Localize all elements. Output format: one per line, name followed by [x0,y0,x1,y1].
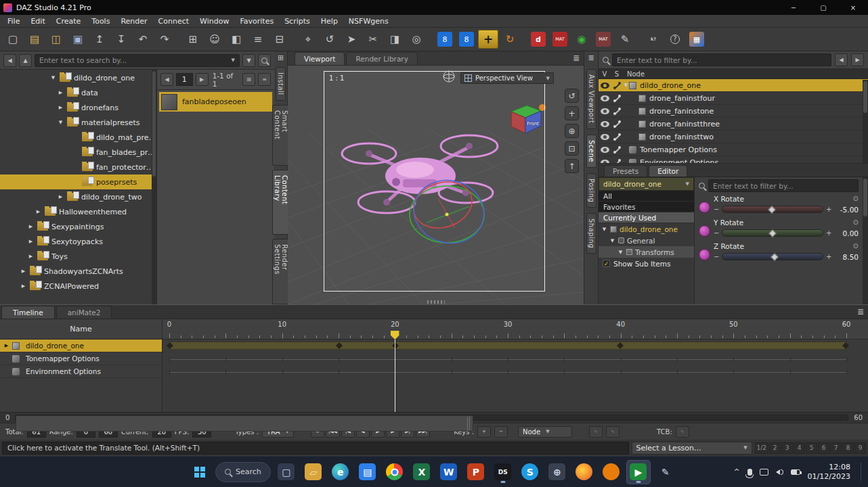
expander-icon[interactable]: ▶ [3,343,9,348]
material-copy-button[interactable]: MAT [593,30,613,49]
list-view-button[interactable]: ≡ [248,30,268,49]
visibility-eye-icon[interactable] [601,108,609,114]
decrement-button[interactable]: − [714,229,719,237]
show-desktop-button[interactable] [861,463,863,481]
property-track[interactable] [169,372,846,373]
blender-icon[interactable] [600,461,623,484]
tab-timeline[interactable]: Timeline [1,306,55,319]
tree-item-materialpresets[interactable]: ▼materialpresets [0,115,156,130]
taskbar-clock[interactable]: 12:08 01/12/2023 [808,463,850,481]
scrollbar-thumb[interactable] [16,415,473,432]
tree-scrollbar[interactable] [152,70,156,304]
expander-icon[interactable]: ▼ [623,83,629,88]
tree-item-dildo-drone-two[interactable]: ▶dildo_drone_two [0,189,156,204]
open-file-button[interactable]: ▤ [24,30,45,49]
grid-view-button[interactable]: ⊞ [242,73,255,86]
dock-menu-icon[interactable]: ⊞ [278,53,284,63]
status-page-6[interactable]: 6 [818,442,829,454]
add-figure-button[interactable]: ☺ [204,30,225,49]
airbrush-button[interactable]: ✎ [615,30,635,49]
param-settings-icon[interactable]: ⊙ [853,218,859,226]
expander-icon[interactable]: ▼ [609,238,615,244]
visibility-eye-icon[interactable] [601,121,609,127]
rotate-dial-icon[interactable] [699,249,710,260]
increment-button[interactable]: + [826,229,831,237]
param-value[interactable]: -5.00 [834,206,859,214]
expander-icon[interactable]: ▶ [58,105,64,110]
viewport-splitter-handle[interactable] [427,300,445,304]
reset-camera-icon[interactable]: ↑ [565,159,579,173]
page-prev-button[interactable]: ◀ [160,73,173,86]
status-page-8[interactable]: 8 [842,442,854,454]
tree-item-halloweenthemed[interactable]: ▶Halloweenthemed [0,204,156,219]
keyframe-marker[interactable] [617,342,624,349]
volume-icon[interactable] [776,469,783,475]
tree-item-poseprsets[interactable]: poseprsets [0,175,156,189]
visibility-eye-icon[interactable] [601,95,609,101]
status-page-1[interactable]: 1/2 [755,442,768,454]
status-page-7[interactable]: 7 [830,442,842,454]
battery-icon[interactable] [791,469,800,475]
nav-up-button[interactable]: ▲ [19,54,32,67]
rotate-tool-button[interactable]: ↻ [500,30,520,49]
menu-connect[interactable]: Connect [153,16,194,27]
export-button[interactable]: ↥ [89,30,110,49]
scene-scrollbar[interactable] [863,80,868,163]
timeline-pane-menu-icon[interactable]: ≣ [857,307,864,317]
col-node[interactable]: Node [623,70,868,78]
grid-snap-button[interactable]: ⊟ [269,30,290,49]
param-settings-icon[interactable]: ⊙ [853,195,859,202]
display-icon[interactable] [760,469,768,476]
param-node-general[interactable]: ▼General [599,235,694,246]
surface-tool-button[interactable]: ◨ [385,30,405,49]
interp-spline-button[interactable]: ∿ [589,426,603,438]
visibility-eye-icon[interactable] [601,134,609,140]
scene-node-drone-faninsttwo[interactable]: drone_faninsttwo [599,131,868,143]
menu-file[interactable]: File [2,16,25,27]
menu-create[interactable]: Create [51,16,87,27]
camera-selector[interactable]: Perspective View ▼ [460,72,554,84]
search-options-button[interactable]: ▼ [242,54,255,67]
word-icon[interactable]: W [437,461,460,484]
tab-viewport[interactable]: Viewport [295,52,345,65]
selectable-icon[interactable] [613,120,621,128]
selectable-icon[interactable] [613,159,621,164]
search-caret-icon[interactable]: ▼ [232,57,235,63]
tree-item-sexypaintings[interactable]: ▶Sexypaintings [0,219,156,234]
merge-file-button[interactable]: ◫ [46,30,66,49]
spot-render-button[interactable]: ◎ [406,30,427,49]
param-value[interactable]: 0.00 [834,229,859,237]
status-message[interactable]: Click here to activate the Translate Too… [2,442,629,455]
viewport-pane-menu-icon[interactable]: ≣ [573,53,580,63]
interp-linear-button[interactable]: ∿ [606,426,620,438]
keyframe-track[interactable] [169,342,846,350]
scene-filter-input[interactable]: Enter text to filter by... [612,53,831,66]
dock-tab-scene[interactable]: Scene [586,135,596,168]
pan-camera-icon[interactable]: + [565,106,579,120]
orbit-camera-icon[interactable]: ↺ [565,89,579,103]
menu-edit[interactable]: Edit [25,16,50,27]
slider-track[interactable] [722,206,823,213]
scene-node-dildo-drone-one[interactable]: ▼dildo_drone_one [599,79,868,92]
menu-render[interactable]: Render [115,16,152,27]
scene-node-environment-options[interactable]: Environment Options [599,156,868,164]
status-page-9[interactable]: 9 [854,442,866,454]
tab-presets[interactable]: Presets [604,165,647,177]
expander-icon[interactable]: ▶ [28,224,34,229]
visibility-eye-icon[interactable] [601,160,609,164]
status-page-2[interactable]: 2 [769,442,781,454]
expander-icon[interactable]: ▼ [58,120,64,125]
visibility-eye-icon[interactable] [601,83,609,89]
microphone-icon[interactable] [747,469,752,476]
rotate-dial-icon[interactable] [699,202,710,213]
param-group-all[interactable]: All [599,191,694,202]
asset-fanbladeposeoen[interactable]: fanbladeposeoen [159,92,272,112]
page-number-input[interactable]: 1 [176,73,193,86]
geometry-tool-button[interactable]: ✂ [363,30,383,49]
hidden-icons-chevron[interactable]: ^ [733,467,739,476]
microsoft-store-icon[interactable]: ▤ [356,461,379,484]
zoom-camera-icon[interactable]: ⊕ [565,124,579,138]
add-key-button[interactable]: + [477,426,491,438]
param-group-favorites[interactable]: Favorites [599,202,694,212]
help-button[interactable]: ? [665,30,685,49]
